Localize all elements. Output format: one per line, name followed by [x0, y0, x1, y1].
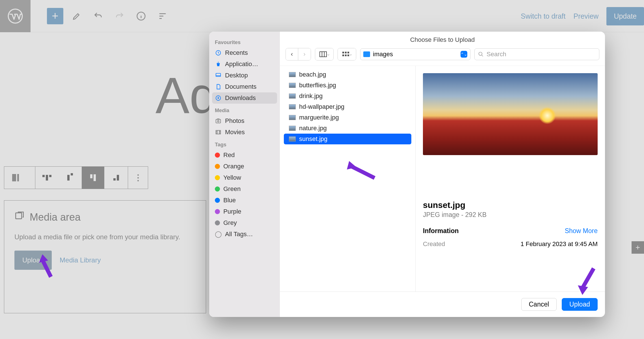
- movies-icon: [215, 129, 222, 136]
- media-library-link[interactable]: Media Library: [60, 256, 101, 264]
- finder-toolbar: ‹ › ⌵ ⌵ images ⌃⌄: [280, 43, 605, 66]
- photos-icon: [215, 118, 222, 124]
- svg-rect-15: [347, 55, 349, 56]
- svg-rect-2: [16, 213, 22, 219]
- applicatio-icon: [215, 61, 222, 68]
- info-icon[interactable]: [133, 8, 149, 24]
- created-label: Created: [423, 240, 445, 248]
- svg-rect-12: [347, 52, 349, 53]
- desktop-icon: [215, 72, 222, 79]
- sidebar-section-tags: Tags: [215, 142, 274, 148]
- svg-rect-8: [216, 131, 221, 134]
- sidebar-item-photos[interactable]: Photos: [212, 115, 277, 127]
- dialog-title: Choose Files to Upload: [280, 32, 605, 44]
- information-label: Information: [423, 227, 459, 235]
- show-more-link[interactable]: Show More: [565, 227, 598, 235]
- finder-sidebar: Favourites RecentsApplicatio…DesktopDocu…: [209, 32, 280, 317]
- tag-dot-icon: [215, 175, 220, 180]
- align-none-button[interactable]: [36, 167, 58, 189]
- file-row[interactable]: hd-wallpaper.jpg: [284, 101, 411, 112]
- preview-link[interactable]: Preview: [573, 12, 598, 20]
- sidebar-tag-red[interactable]: Red: [212, 149, 277, 161]
- editor-toolbar: + Switch to draft Preview Update: [0, 0, 644, 32]
- svg-point-7: [217, 120, 219, 122]
- file-row[interactable]: nature.jpg: [284, 123, 411, 134]
- nav-back-button[interactable]: ‹: [286, 48, 298, 60]
- tag-dot-icon: [215, 220, 220, 225]
- svg-rect-14: [345, 55, 347, 56]
- sidebar-tag-green[interactable]: Green: [212, 183, 277, 195]
- file-row[interactable]: drink.jpg: [284, 91, 411, 101]
- sidebar-tag-grey[interactable]: Grey: [212, 217, 277, 229]
- post-title[interactable]: Ad: [155, 66, 218, 125]
- outline-icon[interactable]: [154, 8, 171, 24]
- sidebar-tag-yellow[interactable]: Yellow: [212, 172, 277, 183]
- sidebar-all-tags[interactable]: ◯All Tags…: [212, 229, 277, 240]
- search-icon: [478, 51, 484, 57]
- update-button[interactable]: Update: [606, 7, 644, 25]
- columns-view-icon[interactable]: ⌵: [315, 48, 333, 60]
- location-label: images: [373, 51, 393, 58]
- redo-icon[interactable]: [111, 8, 128, 24]
- media-area-block: Media area Upload a media file or pick o…: [4, 200, 206, 313]
- align-middle-button[interactable]: [82, 167, 104, 189]
- svg-rect-9: [320, 52, 327, 57]
- search-field[interactable]: Search: [474, 48, 599, 60]
- sidebar-tag-orange[interactable]: Orange: [212, 161, 277, 172]
- edit-icon[interactable]: [68, 8, 85, 24]
- media-area-description: Upload a media file or pick one from you…: [14, 233, 196, 241]
- file-thumbnail-icon: [289, 104, 296, 109]
- file-thumbnail-icon: [289, 72, 296, 77]
- svg-rect-13: [342, 55, 344, 56]
- sidebar-section-favourites: Favourites: [215, 40, 274, 45]
- sidebar-item-applicatio[interactable]: Applicatio…: [212, 58, 277, 70]
- annotation-arrow: [343, 161, 377, 184]
- file-thumbnail-icon: [289, 126, 296, 131]
- file-row[interactable]: beach.jpg: [284, 69, 411, 80]
- group-segment[interactable]: ⌵: [338, 48, 356, 60]
- align-top-button[interactable]: [59, 167, 81, 189]
- media-icon: [14, 211, 25, 223]
- undo-icon[interactable]: [90, 8, 106, 24]
- sidebar-item-movies[interactable]: Movies: [212, 127, 277, 138]
- svg-rect-10: [342, 52, 344, 53]
- wordpress-logo[interactable]: [0, 0, 31, 32]
- nav-forward-button[interactable]: ›: [298, 48, 311, 60]
- file-row[interactable]: sunset.jpg: [284, 134, 411, 144]
- sidebar-item-desktop[interactable]: Desktop: [212, 70, 277, 81]
- sidebar-item-recents[interactable]: Recents: [212, 47, 277, 58]
- dialog-upload-button[interactable]: Upload: [562, 298, 598, 311]
- block-type-icon[interactable]: [4, 167, 27, 189]
- cancel-button[interactable]: Cancel: [521, 298, 557, 311]
- svg-rect-4: [216, 73, 221, 77]
- tag-dot-icon: [215, 153, 220, 158]
- dialog-footer: Cancel Upload: [280, 292, 605, 317]
- sidebar-tag-blue[interactable]: Blue: [212, 195, 277, 206]
- file-row[interactable]: marguerite.jpg: [284, 112, 411, 123]
- svg-point-16: [479, 52, 482, 56]
- location-dropdown[interactable]: images ⌃⌄: [360, 48, 470, 60]
- sidebar-item-downloads[interactable]: Downloads: [212, 92, 277, 104]
- file-thumbnail-icon: [289, 94, 296, 99]
- media-area-title: Media area: [30, 211, 81, 223]
- more-options-button[interactable]: [128, 167, 148, 189]
- search-placeholder: Search: [487, 51, 506, 58]
- sidebar-item-documents[interactable]: Documents: [212, 81, 277, 92]
- detail-filename: sunset.jpg: [423, 200, 598, 210]
- nav-back-forward: ‹ ›: [286, 48, 311, 60]
- file-row[interactable]: butterflies.jpg: [284, 80, 411, 91]
- sidebar-tag-purple[interactable]: Purple: [212, 206, 277, 217]
- view-mode-segment[interactable]: ⌵: [315, 48, 334, 60]
- recents-icon: [215, 49, 222, 56]
- file-thumbnail-icon: [289, 83, 296, 88]
- add-block-side-button[interactable]: +: [632, 241, 644, 254]
- annotation-arrow: [574, 266, 599, 297]
- tag-dot-icon: [215, 198, 220, 203]
- align-bottom-button[interactable]: [105, 167, 127, 189]
- switch-to-draft-link[interactable]: Switch to draft: [521, 12, 565, 20]
- svg-rect-6: [216, 119, 221, 123]
- downloads-icon: [215, 95, 222, 101]
- file-thumbnail-icon: [289, 115, 296, 120]
- add-block-button[interactable]: +: [47, 8, 63, 24]
- group-by-icon[interactable]: ⌵: [338, 48, 356, 60]
